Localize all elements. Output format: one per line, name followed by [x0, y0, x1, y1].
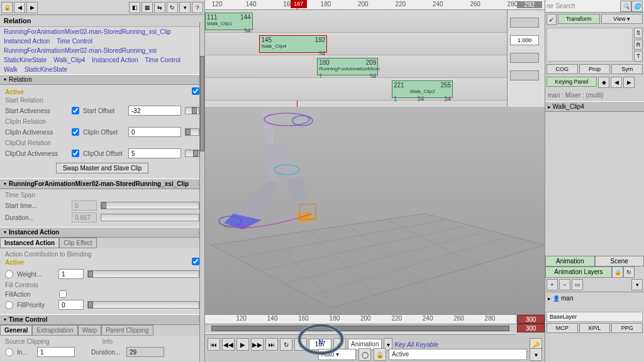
- sym-button[interactable]: Sym: [611, 64, 643, 74]
- srt-r[interactable]: R: [634, 40, 643, 50]
- last-frame-button[interactable]: ⏭: [265, 338, 278, 351]
- next-key-button[interactable]: ▶▶: [251, 338, 264, 351]
- dd-icon[interactable]: ▾: [179, 2, 191, 13]
- icon[interactable]: ◯: [358, 348, 371, 361]
- active-checkbox[interactable]: [192, 258, 199, 265]
- tree-item[interactable]: ▸ Walk_Clip4: [545, 101, 644, 112]
- fillpri-input[interactable]: 0: [58, 300, 84, 310]
- path-link[interactable]: RunningForAnimationMixer02-man-StoredRun…: [4, 47, 157, 54]
- refresh-icon[interactable]: ↻: [167, 2, 178, 13]
- fillpri-radio[interactable]: [5, 301, 13, 309]
- audio-button[interactable]: ♪: [294, 338, 307, 351]
- ppg-button[interactable]: PPG: [611, 323, 643, 333]
- section-timecontrol[interactable]: Time Control ?: [0, 314, 204, 325]
- clipout-offset-slider[interactable]: [185, 150, 199, 157]
- path-link[interactable]: RunningForAnimationMixer02-man-StoredRun…: [4, 28, 171, 35]
- track-gain[interactable]: 1.000: [510, 35, 539, 45]
- globe-icon[interactable]: 🌐: [631, 1, 643, 12]
- mixer-track[interactable]: 221255 Walk_Clip2 13434: [205, 78, 545, 101]
- clipin-offset-input[interactable]: 0: [128, 127, 181, 137]
- key-icon[interactable]: ◆: [598, 77, 609, 88]
- base-layer[interactable]: BaseLayer: [547, 312, 643, 322]
- mixer-ruler[interactable]: 120 140 160 180 200 220 240 260 280 167: [205, 0, 545, 10]
- end-frame2[interactable]: 300: [517, 324, 545, 332]
- start-act-checkbox[interactable]: [72, 107, 79, 114]
- in-input[interactable]: 1: [37, 347, 75, 357]
- mcp-button[interactable]: MCP: [547, 323, 578, 333]
- del-layer-icon[interactable]: −: [559, 279, 570, 290]
- tab-warp[interactable]: Warp: [78, 325, 102, 336]
- weight-slider[interactable]: [87, 270, 199, 278]
- lock-icon[interactable]: 🔒: [1, 2, 13, 13]
- clipout-act-checkbox[interactable]: [72, 150, 79, 157]
- mixer-track[interactable]: 111144 Walk_Clip1 34: [205, 10, 545, 33]
- link[interactable]: StaticKineState: [4, 57, 47, 63]
- next-icon[interactable]: ▶: [623, 77, 635, 88]
- fillaction-checkbox[interactable]: [59, 290, 67, 298]
- link[interactable]: StaticKineState: [25, 66, 67, 73]
- tab-instanced[interactable]: Instanced Action: [0, 238, 59, 248]
- loop-button[interactable]: ↻: [280, 338, 292, 351]
- prev-key-button[interactable]: ◀◀: [222, 338, 235, 351]
- clip-walk2[interactable]: 221255 Walk_Clip2 13434: [392, 80, 453, 98]
- srt-t[interactable]: T: [634, 51, 643, 62]
- dd-arrow-icon[interactable]: ▾: [530, 348, 542, 361]
- clipin-offset-slider[interactable]: [185, 128, 199, 136]
- first-frame-button[interactable]: ⏮: [208, 338, 220, 351]
- prop-button[interactable]: Prop: [579, 64, 611, 74]
- arrow-icon[interactable]: ↙: [547, 14, 557, 25]
- tb-icon[interactable]: ◧: [129, 2, 140, 13]
- timeline[interactable]: 120 140 160 180 200 220 240 260 280: [205, 315, 516, 335]
- swap-button[interactable]: Swap Master and Slave Clip: [56, 163, 149, 173]
- scene-node[interactable]: ▸ 👤 man: [547, 293, 643, 303]
- lock-icon[interactable]: 🔒: [374, 348, 386, 361]
- prev-icon[interactable]: ◀: [611, 77, 622, 88]
- start-offset-slider[interactable]: [185, 107, 199, 114]
- link[interactable]: Walk: [4, 66, 18, 73]
- keying-panel-button[interactable]: Keying Panel: [547, 77, 597, 87]
- section-relation[interactable]: Relation ?: [0, 74, 204, 85]
- link[interactable]: Instanced Action: [4, 38, 50, 45]
- tab-animation[interactable]: Animation: [545, 256, 595, 266]
- tab-extrap[interactable]: Extrapolation: [32, 325, 77, 336]
- end-frame[interactable]: 300: [517, 315, 545, 324]
- link[interactable]: Time Control: [145, 57, 180, 63]
- clip-walk4[interactable]: 145192 Walk_Clip4 34: [259, 35, 327, 53]
- weight-radio[interactable]: [5, 270, 13, 278]
- tab-clipeffect[interactable]: Clip Effect: [59, 238, 96, 248]
- tab-scene[interactable]: Scene: [595, 256, 645, 266]
- tb-icon2[interactable]: ▦: [142, 2, 153, 13]
- key-all-label[interactable]: Key All Keyable: [394, 341, 438, 348]
- clip-walk1[interactable]: 111144 Walk_Clip1 34: [205, 13, 253, 30]
- clip-running[interactable]: 180209 RunningForAnimationMixer 134: [317, 58, 378, 75]
- section-instanced[interactable]: Instanced Action ?: [0, 227, 204, 238]
- active-dropdown[interactable]: Active: [389, 349, 527, 360]
- fwd-icon[interactable]: ▶: [26, 2, 38, 13]
- help-icon[interactable]: ?: [192, 2, 203, 13]
- layers-button[interactable]: Animation Layers: [545, 266, 612, 278]
- link[interactable]: Instanced Action: [92, 57, 138, 63]
- tab-parent[interactable]: Parent Clipping: [101, 325, 153, 336]
- tb-icon3[interactable]: ⇆: [154, 2, 165, 13]
- search-input[interactable]: ne Search: [547, 3, 620, 9]
- cog-button[interactable]: COG: [547, 64, 578, 74]
- fillpri-slider[interactable]: [87, 301, 199, 309]
- section-clip[interactable]: RunningForAnimationMixer02-man-StoredRun…: [0, 178, 204, 189]
- 3d-viewport[interactable]: [205, 107, 545, 314]
- track-gain[interactable]: [510, 70, 539, 80]
- refresh-icon[interactable]: ↻: [623, 266, 635, 278]
- dd-icon[interactable]: ▾: [631, 279, 643, 290]
- kpl-button[interactable]: KP/L: [579, 323, 611, 333]
- link[interactable]: Time Control: [57, 38, 92, 45]
- layer-icon[interactable]: ▭: [572, 279, 583, 290]
- clipin-act-checkbox[interactable]: [72, 128, 79, 136]
- tab-general[interactable]: General: [0, 325, 32, 336]
- play-button[interactable]: ▶: [236, 338, 249, 351]
- track-gain[interactable]: [510, 18, 539, 28]
- scrollbar[interactable]: [199, 22, 204, 362]
- clipout-offset-input[interactable]: 5: [128, 148, 181, 158]
- track-gain[interactable]: [510, 53, 539, 63]
- weight-input[interactable]: 1: [58, 269, 84, 279]
- in-radio[interactable]: [5, 348, 13, 356]
- view-button[interactable]: View ▾: [601, 14, 643, 24]
